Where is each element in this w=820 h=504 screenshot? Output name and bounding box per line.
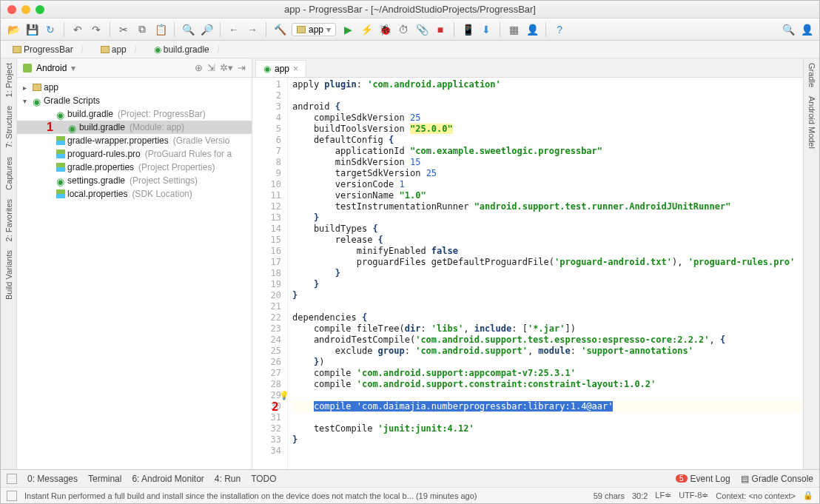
bottom-tool-button[interactable]: Terminal [88, 474, 121, 484]
run-config-label: app [309, 24, 323, 35]
tree-item[interactable]: settings.gradle(Project Settings) [17, 174, 252, 187]
status-line-sep[interactable]: LF≑ [655, 491, 671, 500]
tool-tab[interactable]: Captures [3, 152, 15, 195]
bottom-tool-button[interactable]: 4: Run [215, 474, 241, 484]
window-title: app - ProgressBar - [~/AndroidStudioProj… [1, 4, 819, 15]
project-tool-window: Android ▾ ⊕ ⇲ ✲▾ ⇥ ▸app▾Gradle Scriptsbu… [17, 58, 252, 469]
bottom-tool-button[interactable]: TODO [251, 474, 276, 484]
project-view-label[interactable]: Android [36, 63, 67, 73]
tool-tab[interactable]: Build Variants [3, 246, 15, 304]
gradle-console-button[interactable]: ▤Gradle Console [741, 474, 813, 484]
status-message: Instant Run performed a full build and i… [24, 491, 477, 500]
copy-icon[interactable]: ⧉ [135, 23, 149, 36]
user-icon[interactable]: 👤 [800, 23, 813, 36]
breadcrumb-item[interactable]: app [95, 43, 148, 56]
gradle-icon [68, 123, 77, 132]
forward-icon[interactable]: → [246, 23, 259, 36]
tree-item[interactable]: gradle.properties(Project Properties) [17, 161, 252, 174]
scroll-from-source-icon[interactable]: ⊕ [195, 62, 203, 73]
apply-changes-icon[interactable]: ⚡ [360, 23, 373, 36]
editor-area: ◉ app × 12345678910111213141516171819202… [252, 58, 803, 469]
theme-editor-icon[interactable]: 👤 [525, 23, 539, 36]
code-editor[interactable]: 1234567891011121314151617181920212223242… [252, 78, 803, 469]
redo-icon[interactable]: ↷ [90, 23, 103, 36]
make-icon[interactable]: 🔨 [273, 23, 286, 36]
sdk-icon[interactable]: ⬇ [480, 23, 493, 36]
status-context[interactable]: Context: <no context> [716, 491, 796, 500]
gradle-icon [33, 96, 41, 105]
toggle-tool-windows-icon[interactable] [7, 474, 17, 484]
tree-item[interactable]: gradle-wrapper.properties(Gradle Versio [17, 134, 252, 147]
breadcrumb-item[interactable]: ProgressBar [7, 43, 95, 56]
help-icon[interactable]: ? [553, 23, 566, 36]
hide-icon[interactable]: ⇥ [238, 62, 246, 73]
main-toolbar: 📂 💾 ↻ ↶ ↷ ✂ ⧉ 📋 🔍 🔎 ← → 🔨 app ▾ ▶ ⚡ 🐞 ⏱ … [1, 19, 819, 41]
folder-icon [101, 46, 110, 53]
avd-icon[interactable]: 📱 [461, 23, 474, 36]
run-config-selector[interactable]: app ▾ [292, 23, 336, 36]
replace-icon[interactable]: 🔎 [200, 23, 213, 36]
status-chars: 59 chars [594, 491, 625, 500]
tool-tab[interactable]: 2: Favorites [3, 195, 15, 246]
debug-icon[interactable]: 🐞 [378, 23, 391, 36]
android-icon [23, 64, 32, 73]
annotation-marker: 2 [272, 401, 279, 412]
project-tree[interactable]: ▸app▾Gradle Scriptsbuild.gradle(Project:… [17, 78, 252, 469]
close-tab-icon[interactable]: × [293, 64, 298, 74]
layout-inspector-icon[interactable]: ▦ [507, 23, 520, 36]
collapse-icon[interactable]: ⇲ [207, 62, 215, 73]
run-icon[interactable]: ▶ [341, 23, 354, 36]
tree-item[interactable]: proguard-rules.pro(ProGuard Rules for a [17, 147, 252, 161]
tree-item[interactable]: build.gradle(Project: ProgressBar) [17, 107, 252, 121]
attach-icon[interactable]: 📎 [415, 23, 429, 36]
breadcrumb-item[interactable]: ◉build.gradle [148, 43, 231, 56]
prop-icon [56, 163, 65, 172]
undo-icon[interactable]: ↶ [71, 23, 84, 36]
code-content[interactable]: apply plugin: 'com.android.application' … [288, 78, 803, 469]
editor-tabs: ◉ app × [252, 58, 803, 78]
right-tool-strip: GradleAndroid Model [803, 58, 819, 469]
status-encoding[interactable]: UTF-8≑ [679, 491, 708, 500]
paste-icon[interactable]: 📋 [154, 23, 167, 36]
bottom-tool-bar: 0: MessagesTerminal6: Android Monitor4: … [1, 469, 819, 487]
left-tool-strip: 1: Project7: StructureCaptures2: Favorit… [1, 58, 17, 469]
gradle-icon [56, 176, 65, 185]
settings-icon[interactable]: ✲▾ [220, 62, 233, 73]
find-icon[interactable]: 🔍 [181, 23, 195, 36]
folder-icon [13, 46, 21, 53]
tree-item[interactable]: ▾Gradle Scripts [17, 94, 252, 107]
status-bar: Instant Run performed a full build and i… [1, 487, 819, 503]
tree-item[interactable]: 1build.gradle(Module: app) [17, 121, 252, 134]
sync-icon[interactable]: ↻ [44, 23, 57, 36]
cut-icon[interactable]: ✂ [117, 23, 130, 36]
editor-tab-label: app [275, 64, 289, 74]
project-header: Android ▾ ⊕ ⇲ ✲▾ ⇥ [17, 58, 252, 78]
save-icon[interactable]: 💾 [25, 23, 38, 36]
prop-icon [56, 189, 65, 198]
open-icon[interactable]: 📂 [7, 23, 20, 36]
profile-icon[interactable]: ⏱ [397, 23, 410, 36]
bottom-tool-button[interactable]: 6: Android Monitor [132, 474, 204, 484]
bottom-tool-button[interactable]: 0: Messages [27, 474, 78, 484]
editor-tab-app[interactable]: ◉ app × [255, 60, 306, 77]
status-icon[interactable] [7, 491, 17, 501]
search-everywhere-icon[interactable]: 🔍 [782, 23, 795, 36]
prop-icon [56, 136, 65, 145]
tool-tab[interactable]: Android Model [806, 92, 818, 153]
back-icon[interactable]: ← [227, 23, 241, 36]
event-log-badge: 5 [676, 474, 688, 483]
tool-tab[interactable]: 7: Structure [3, 101, 15, 152]
intention-bulb-icon[interactable]: 💡 [279, 390, 289, 401]
tool-tab[interactable]: Gradle [806, 58, 818, 92]
prop-icon [56, 149, 65, 158]
tree-item[interactable]: ▸app [17, 81, 252, 94]
event-log-button[interactable]: 5 Event Log [676, 474, 730, 484]
gradle-icon [56, 110, 65, 118]
tool-tab[interactable]: 1: Project [3, 58, 15, 101]
status-caret-pos[interactable]: 30:2 [632, 491, 648, 500]
status-lock-icon[interactable]: 🔒 [803, 491, 813, 500]
module-icon [297, 26, 306, 33]
tree-item[interactable]: local.properties(SDK Location) [17, 187, 252, 201]
gradle-icon: ◉ [154, 44, 161, 55]
stop-icon[interactable]: ■ [434, 23, 447, 36]
